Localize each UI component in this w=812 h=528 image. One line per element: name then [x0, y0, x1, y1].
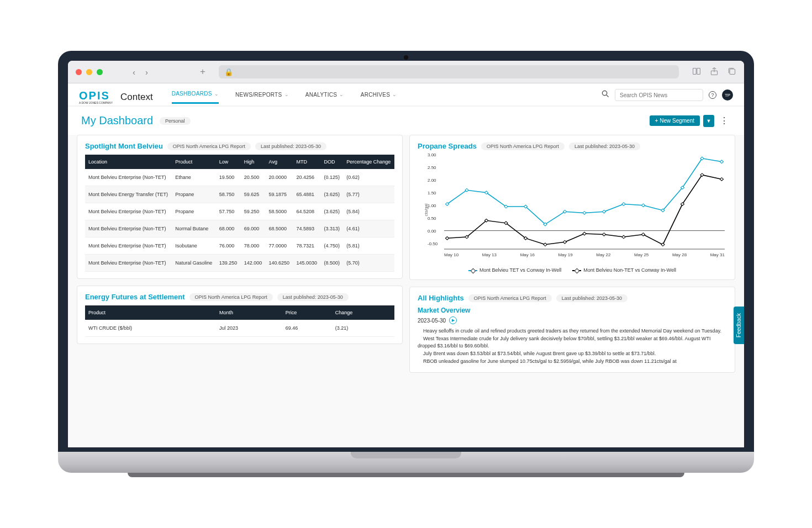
app-context-label: Context: [120, 92, 153, 103]
forward-button[interactable]: ›: [145, 67, 148, 77]
panel-title: Energy Futures at Settlement: [85, 293, 185, 301]
table-cell: Mont Belvieu Energy Transfer (TET): [85, 186, 172, 203]
table-cell: (3.625): [320, 203, 343, 220]
column-header: Change: [332, 305, 394, 320]
futures-table: ProductMonthPriceChange WTI CRUDE ($/bbl…: [85, 305, 394, 337]
x-tick: May 19: [558, 252, 572, 257]
svg-rect-14: [583, 212, 586, 215]
new-tab-button[interactable]: +: [200, 66, 205, 77]
app-header: OPIS A DOW JONES COMPANY Context DASHBOA…: [68, 83, 744, 107]
table-cell: Normal Butane: [172, 220, 216, 237]
table-row[interactable]: Mont Belvieu Energy Transfer (TET)Propan…: [85, 186, 394, 203]
table-cell: Propane: [172, 186, 216, 203]
table-cell: Mont Belvieu Enterprise (Non-TET): [85, 203, 172, 220]
table-cell: 142.000: [241, 255, 266, 272]
table-row[interactable]: Mont Belvieu Enterprise (Non-TET)Propane…: [85, 203, 394, 220]
svg-rect-31: [622, 235, 625, 239]
nav-dashboards[interactable]: DASHBOARDS ⌄: [172, 91, 219, 104]
tabs-icon[interactable]: [727, 67, 736, 77]
table-cell: (5.81): [343, 237, 394, 255]
table-cell: 58.5000: [266, 203, 293, 220]
table-cell: 59.250: [241, 203, 266, 220]
svg-point-4: [602, 91, 607, 95]
chevron-down-icon: ⌄: [392, 92, 397, 97]
more-menu-icon[interactable]: ⋮: [718, 115, 731, 126]
new-segment-button[interactable]: + New Segment: [650, 115, 700, 126]
highlights-paragraph: West Texas Intermediate crude for July d…: [418, 335, 727, 350]
window-controls: [76, 69, 103, 75]
table-cell: (8.500): [320, 255, 343, 272]
table-cell: 77.0000: [266, 237, 293, 255]
minimize-window-button[interactable]: [86, 69, 92, 75]
table-row[interactable]: Mont Belvieu Enterprise (Non-TET)Normal …: [85, 220, 394, 237]
logo: OPIS A DOW JONES COMPANY: [79, 90, 113, 104]
feedback-tab[interactable]: Feedback: [734, 307, 744, 344]
svg-rect-0: [693, 68, 697, 74]
chart-legend: Mont Belvieu TET vs Conway In-Well Mont …: [418, 267, 727, 273]
svg-rect-1: [697, 68, 700, 74]
avatar[interactable]: TP: [722, 89, 733, 101]
subheader: My Dashboard Personal + New Segment ▼ ⋮: [68, 107, 744, 135]
back-button[interactable]: ‹: [133, 67, 135, 77]
table-cell: 140.6250: [266, 255, 293, 272]
share-icon[interactable]: [710, 67, 719, 77]
nav-news-reports[interactable]: NEWS/REPORTS ⌄: [235, 91, 289, 104]
nav-label: ARCHIVES: [361, 92, 391, 98]
new-segment-dropdown[interactable]: ▼: [703, 115, 714, 127]
x-tick: May 10: [444, 252, 458, 257]
table-cell: Ethane: [172, 169, 216, 186]
table-cell: 57.750: [216, 203, 241, 220]
table-row[interactable]: Mont Belvieu Enterprise (Non-TET)Isobuta…: [85, 237, 394, 255]
nav-analytics[interactable]: ANALYTICS ⌄: [305, 91, 344, 104]
search-icon[interactable]: [602, 90, 609, 100]
column-header: Product: [85, 305, 216, 320]
close-window-button[interactable]: [76, 69, 82, 75]
x-tick: May 31: [710, 252, 725, 257]
nav-archives[interactable]: ARCHIVES ⌄: [361, 91, 397, 104]
svg-rect-29: [583, 232, 586, 235]
table-cell: 20.500: [241, 169, 266, 186]
table-cell: 68.000: [216, 220, 241, 237]
spotlight-table: LocationProductLowHighAvgMTDDODPercentag…: [85, 155, 394, 272]
published-pill: Last published: 2023-05-30: [556, 294, 628, 302]
table-cell: WTI CRUDE ($/bbl): [85, 320, 216, 337]
spotlight-panel: Spotlight Mont Belvieu OPIS North Americ…: [77, 135, 403, 279]
published-pill: Last published: 2023-05-30: [255, 142, 326, 150]
legend-item: Mont Belvieu Non-TET vs Conway In-Well: [572, 267, 676, 273]
table-row[interactable]: Mont Belvieu Enterprise (Non-TET)Ethane1…: [85, 169, 394, 186]
table-cell: 68.5000: [266, 220, 293, 237]
maximize-window-button[interactable]: [97, 69, 103, 75]
table-cell: 19.500: [216, 169, 241, 186]
table-row[interactable]: Mont Belvieu Enterprise (Non-TET)Natural…: [85, 255, 394, 272]
svg-rect-27: [544, 243, 547, 246]
highlights-date: 2023-05-30: [418, 318, 446, 324]
logo-subtitle: A DOW JONES COMPANY: [79, 101, 113, 104]
search-input[interactable]: [615, 89, 703, 101]
source-pill: OPIS North America LPG Report: [481, 142, 565, 150]
table-cell: (3.625): [320, 186, 343, 203]
help-icon[interactable]: ?: [709, 91, 716, 99]
futures-panel: Energy Futures at Settlement OPIS North …: [77, 286, 403, 344]
table-cell: Mont Belvieu Enterprise (Non-TET): [85, 255, 172, 272]
table-row[interactable]: WTI CRUDE ($/bbl)Jul 202369.46(3.21): [85, 320, 394, 337]
reader-icon[interactable]: [692, 67, 701, 77]
column-header: High: [241, 155, 266, 169]
table-cell: (0.125): [320, 169, 343, 186]
table-cell: 69.46: [282, 320, 332, 337]
panel-title: Propane Spreads: [418, 142, 477, 150]
svg-rect-28: [563, 240, 566, 244]
table-cell: 59.1875: [266, 186, 293, 203]
table-cell: 78.7321: [293, 237, 320, 255]
column-header: Percentage Change: [343, 155, 394, 169]
url-bar[interactable]: 🔒: [219, 65, 679, 78]
table-cell: 65.4881: [293, 186, 320, 203]
table-cell: 20.0000: [266, 169, 293, 186]
highlights-panel: All Highlights OPIS North America LPG Re…: [409, 287, 735, 373]
panel-title: Spotlight Mont Belvieu: [85, 142, 163, 150]
nav-label: NEWS/REPORTS: [235, 92, 282, 98]
table-cell: 145.0030: [293, 255, 320, 272]
x-tick: May 22: [596, 252, 610, 257]
x-tick: May 25: [634, 252, 648, 257]
table-cell: Mont Belvieu Enterprise (Non-TET): [85, 220, 172, 237]
play-icon[interactable]: ▶: [449, 316, 457, 324]
